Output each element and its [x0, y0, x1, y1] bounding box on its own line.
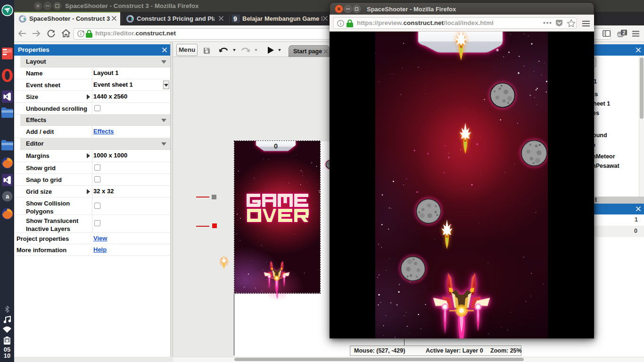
svg-text:0: 0	[274, 142, 278, 150]
svg-text:2: 2	[623, 30, 626, 35]
svg-text:a: a	[6, 193, 9, 200]
